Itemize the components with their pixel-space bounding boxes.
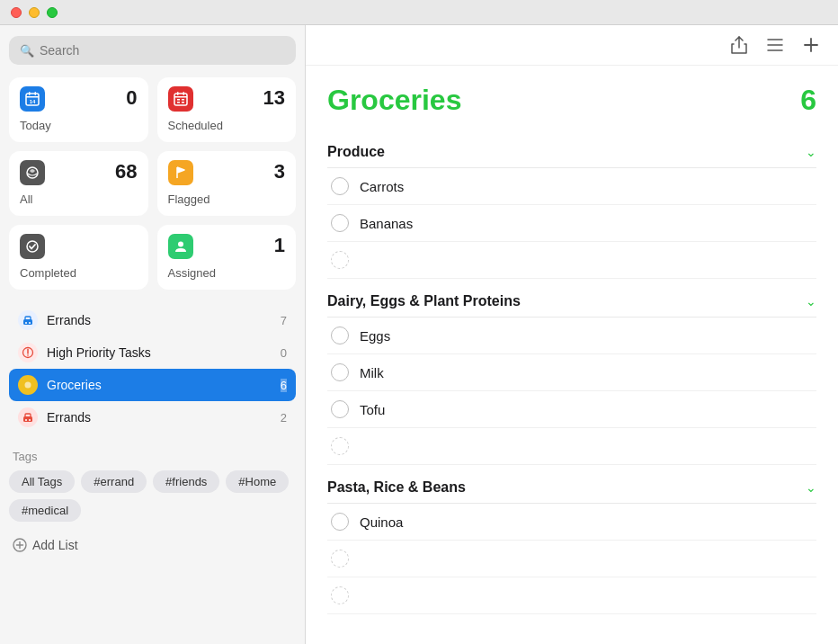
smart-tile-all[interactable]: 68 All: [9, 151, 148, 216]
tag-medical[interactable]: #medical: [9, 499, 81, 522]
completed-label: Completed: [20, 266, 138, 280]
svg-point-22: [27, 354, 29, 356]
flagged-icon: [168, 160, 193, 185]
tag-home[interactable]: #Home: [226, 470, 289, 493]
tag-friends[interactable]: #friends: [153, 470, 219, 493]
app-body: 🔍 14 0 Tod: [0, 25, 838, 644]
high-priority-icon: [18, 343, 38, 362]
smart-tile-flagged[interactable]: 3 Flagged: [157, 151, 297, 216]
list-view-button[interactable]: [764, 34, 786, 56]
groceries-count: 6: [281, 379, 287, 392]
svg-point-28: [29, 419, 31, 421]
svg-rect-2: [35, 92, 37, 95]
svg-point-27: [25, 419, 27, 421]
task-bananas[interactable]: Bananas: [327, 205, 816, 242]
milk-checkbox[interactable]: [331, 363, 349, 381]
completed-icon: [20, 234, 45, 259]
list-item-groceries[interactable]: Groceries 6: [9, 369, 296, 401]
svg-rect-6: [177, 92, 179, 95]
quinoa-label: Quinoa: [360, 514, 403, 530]
bananas-checkbox[interactable]: [331, 214, 349, 232]
task-pasta-placeholder-2[interactable]: [327, 577, 816, 614]
smart-tile-assigned[interactable]: 1 Assigned: [157, 225, 297, 290]
all-count: 68: [115, 160, 137, 183]
share-button[interactable]: [728, 34, 750, 56]
list-title: Groceries: [327, 84, 461, 117]
assigned-label: Assigned: [168, 266, 286, 280]
task-produce-placeholder[interactable]: [327, 242, 816, 279]
milk-label: Milk: [360, 365, 384, 380]
tofu-checkbox[interactable]: [331, 400, 349, 418]
tag-errand[interactable]: #errand: [81, 470, 147, 493]
group-dairy: Dairy, Eggs & Plant Proteins ⌄ Eggs Milk…: [327, 284, 816, 465]
group-pasta-name: Pasta, Rice & Beans: [327, 479, 466, 496]
produce-placeholder-checkbox[interactable]: [331, 251, 349, 269]
smart-tile-scheduled[interactable]: 13 Scheduled: [157, 77, 297, 142]
dairy-chevron-icon: ⌄: [806, 294, 816, 309]
group-produce-header[interactable]: Produce ⌄: [327, 135, 816, 168]
list-item-errands-1[interactable]: Errands 7: [9, 304, 296, 336]
quinoa-checkbox[interactable]: [331, 513, 349, 531]
sidebar: 🔍 14 0 Tod: [0, 25, 306, 644]
svg-rect-5: [174, 94, 187, 105]
titlebar: [0, 0, 838, 25]
high-priority-label: High Priority Tasks: [47, 345, 272, 360]
svg-rect-10: [177, 102, 180, 103]
produce-chevron-icon: ⌄: [806, 145, 816, 159]
today-icon: 14: [20, 86, 45, 112]
minimize-button[interactable]: [29, 7, 40, 18]
smart-lists-grid: 14 0 Today: [9, 77, 296, 290]
tags-title: Tags: [9, 450, 296, 463]
all-label: All: [20, 192, 138, 206]
task-pasta-placeholder-1[interactable]: [327, 541, 816, 577]
assigned-count: 1: [274, 234, 285, 257]
scheduled-count: 13: [263, 86, 285, 110]
dairy-placeholder-checkbox[interactable]: [331, 437, 349, 455]
svg-rect-7: [183, 92, 184, 95]
pasta-placeholder-2-checkbox[interactable]: [331, 586, 349, 604]
tag-all-tags[interactable]: All Tags: [9, 470, 75, 493]
eggs-checkbox[interactable]: [331, 326, 349, 344]
smart-tile-completed[interactable]: Completed: [9, 225, 148, 290]
svg-rect-11: [182, 99, 184, 101]
main-toolbar: [306, 25, 838, 66]
flagged-count: 3: [274, 160, 285, 183]
svg-rect-12: [182, 102, 184, 103]
errands-1-icon: [18, 310, 38, 330]
errands-1-label: Errands: [47, 313, 272, 327]
smart-tile-today[interactable]: 14 0 Today: [9, 77, 148, 142]
task-eggs[interactable]: Eggs: [327, 318, 816, 354]
eggs-label: Eggs: [360, 328, 390, 344]
search-input[interactable]: [40, 43, 285, 58]
list-total: 6: [800, 84, 816, 117]
task-carrots[interactable]: Carrots: [327, 168, 816, 205]
svg-point-14: [27, 241, 38, 252]
main-content: Groceries 6 Produce ⌄ Carrots Bananas: [306, 25, 838, 644]
content-area: Groceries 6 Produce ⌄ Carrots Bananas: [306, 66, 838, 644]
list-item-high-priority[interactable]: High Priority Tasks 0: [9, 336, 296, 369]
pasta-placeholder-1-checkbox[interactable]: [331, 550, 349, 568]
carrots-label: Carrots: [360, 179, 404, 194]
list-item-errands-2[interactable]: Errands 2: [9, 401, 296, 434]
svg-rect-3: [26, 96, 39, 98]
search-bar[interactable]: 🔍: [9, 36, 296, 65]
svg-point-19: [29, 322, 31, 324]
carrots-checkbox[interactable]: [331, 177, 349, 195]
task-quinoa[interactable]: Quinoa: [327, 504, 816, 541]
add-list-icon: [13, 538, 27, 552]
assigned-icon: [168, 234, 193, 259]
groceries-icon: [18, 375, 38, 395]
group-dairy-header[interactable]: Dairy, Eggs & Plant Proteins ⌄: [327, 284, 816, 318]
errands-2-label: Errands: [47, 410, 272, 425]
close-button[interactable]: [11, 7, 22, 18]
fullscreen-button[interactable]: [47, 7, 58, 18]
add-task-button[interactable]: [800, 34, 822, 56]
group-produce: Produce ⌄ Carrots Bananas: [327, 135, 816, 279]
task-milk[interactable]: Milk: [327, 354, 816, 391]
svg-rect-8: [174, 96, 187, 98]
task-dairy-placeholder[interactable]: [327, 428, 816, 465]
add-list-button[interactable]: Add List: [9, 531, 296, 559]
task-tofu[interactable]: Tofu: [327, 391, 816, 428]
high-priority-count: 0: [281, 346, 287, 360]
group-pasta-header[interactable]: Pasta, Rice & Beans ⌄: [327, 470, 816, 504]
